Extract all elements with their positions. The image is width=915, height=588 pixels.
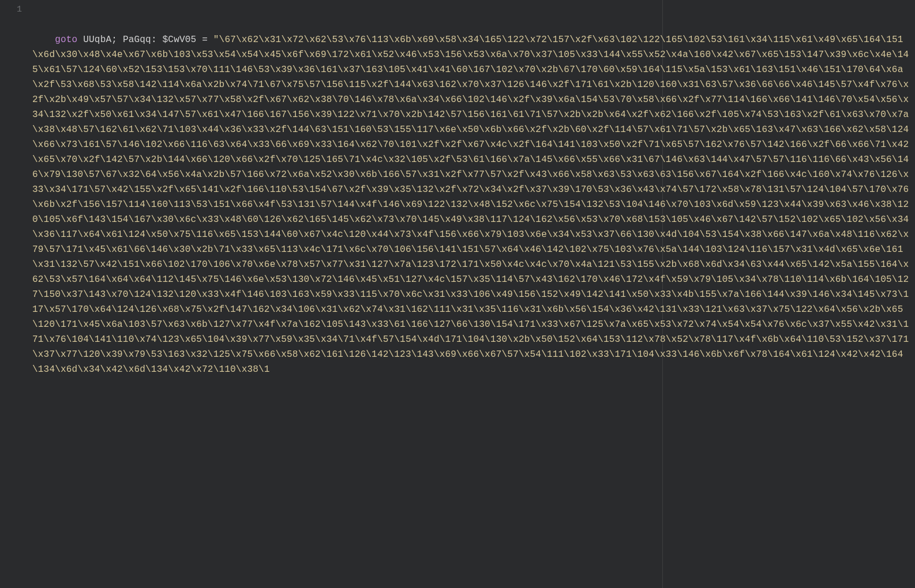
line-number: 1 bbox=[0, 2, 22, 17]
equals: = bbox=[202, 35, 208, 45]
code-editor: 1 goto UUqbA; PaGqq: $CwV05 = "\67\x62\x… bbox=[0, 0, 915, 588]
identifier-uuqba: UUqbA bbox=[83, 35, 111, 45]
variable-cwv05: $CwV05 bbox=[163, 35, 197, 45]
keyword-goto: goto bbox=[55, 35, 77, 45]
label-pagqq: PaGqq bbox=[123, 35, 151, 45]
code-content-area[interactable]: goto UUqbA; PaGqq: $CwV05 = "\67\x62\x31… bbox=[28, 0, 915, 588]
string-literal: "\67\x62\x31\x72\x62\53\x76\113\x6b\x69\… bbox=[32, 35, 909, 375]
colon: : bbox=[151, 35, 157, 45]
semicolon: ; bbox=[111, 35, 117, 45]
line-number-gutter: 1 bbox=[0, 0, 28, 588]
